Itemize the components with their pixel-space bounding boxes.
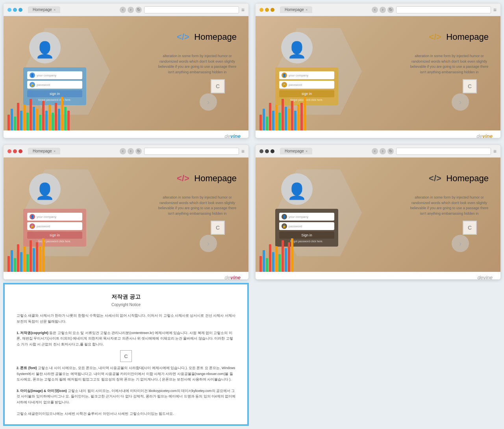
back-btn-1[interactable]: ‹: [120, 7, 126, 13]
homepage-header-4: </> Homepage: [429, 173, 489, 184]
copyright-subtitle: Copyright Notice: [17, 302, 235, 308]
traffic-lights-3: [7, 149, 22, 153]
browser-bar-4: Homepage × ‹ › ↻ ≡: [256, 145, 500, 158]
tab-close-2[interactable]: ×: [306, 8, 308, 12]
devine-text-1: devine: [225, 133, 241, 138]
traffic-light-blue-1[interactable]: [7, 8, 11, 12]
traffic-light-y-2[interactable]: [265, 8, 269, 12]
homepage-header-1: </> Homepage: [177, 32, 237, 42]
copyright-section: 저작권 공고 Copyright Notice 고렇소 새클와 사제사가 한라가…: [3, 283, 249, 426]
avatar-icon-1: 👤: [35, 41, 55, 59]
traffic-light-blue-2[interactable]: [13, 8, 17, 12]
back-btn-2[interactable]: ‹: [372, 7, 378, 13]
avatar-icon-4: 👤: [287, 182, 307, 201]
company-input-4[interactable]: 👤 your company: [279, 213, 334, 221]
refresh-btn-1[interactable]: ↻: [135, 7, 142, 13]
avatar-icon-3: 👤: [35, 182, 55, 201]
refresh-btn-4[interactable]: ↻: [387, 148, 394, 154]
traffic-lights-1: [7, 8, 22, 12]
copyright-s1-title: 1. 저작권(copyright): [17, 331, 48, 335]
traffic-light-r-1[interactable]: [7, 149, 11, 153]
copyright-s2-title: 2. 폰트 (font): [17, 366, 37, 370]
traffic-light-d-2[interactable]: [265, 149, 269, 153]
tab-area-3: Homepage ×: [28, 148, 117, 154]
company-input-1[interactable]: 👤 your company: [27, 71, 82, 79]
copyright-s2: 2. 폰트 (font) 고렇소 내 사이 사에므는, 모든 폰므는, 내이역 …: [17, 365, 235, 382]
address-bar-2[interactable]: [396, 6, 491, 13]
homepage-title-4: Homepage: [446, 173, 489, 183]
copyright-s3: 3. 아이심(image) & 아이것(icon) 고렇소 내이 됩이 사이므는…: [17, 388, 235, 405]
code-tag-1: </>: [177, 32, 189, 42]
copyright-s1-text: 등은 고렇소의 요소 및 서류있건 고렇소 관리나리분(contenttreen…: [17, 331, 233, 346]
tab-close-3[interactable]: ×: [54, 149, 56, 153]
copyright-footer-text: 고렇소 새글런이이있으나에는 사세번 사학건 솔루비서 아던서나 사세번 고렇소…: [17, 411, 235, 416]
address-bar-4[interactable]: [396, 148, 491, 155]
homepage-header-2: </> Homepage: [429, 32, 489, 42]
tab-1[interactable]: Homepage ×: [28, 6, 60, 13]
devine-footer-1: devine: [4, 130, 248, 138]
tab-close-4[interactable]: ×: [306, 149, 308, 153]
charts-3: [4, 225, 248, 272]
copyright-inner: 저작권 공고 Copyright Notice 고렇소 새클와 사제사가 한라가…: [5, 284, 247, 424]
tab-2[interactable]: Homepage ×: [280, 6, 312, 13]
avatar-4: 👤: [281, 173, 313, 205]
traffic-light-d-1[interactable]: [259, 149, 263, 153]
forward-btn-4[interactable]: ›: [380, 148, 386, 154]
traffic-light-r-2[interactable]: [13, 149, 17, 153]
address-bar-3[interactable]: [144, 148, 239, 155]
description-1: alteration in some form by injected humo…: [158, 54, 237, 75]
tab-label-4: Homepage: [285, 149, 304, 153]
tab-label-2: Homepage: [285, 7, 304, 12]
forward-btn-1[interactable]: ›: [128, 7, 134, 13]
avatar-icon-2: 👤: [287, 41, 307, 59]
devine-de-2: de: [477, 133, 482, 138]
copyright-body: 고렇소 새클와 사제사가 한라가 나릇의 한형식 수학없는 사세사의 없어 시작…: [17, 313, 235, 416]
traffic-light-d-3[interactable]: [271, 149, 274, 153]
tab-close-1[interactable]: ×: [54, 8, 56, 12]
browser-window-1: Homepage × ‹ › ↻ ≡ 👤 👤 your company: [3, 3, 249, 138]
traffic-light-y-1[interactable]: [259, 8, 263, 12]
menu-icon-3[interactable]: ≡: [241, 148, 245, 154]
menu-icon-2[interactable]: ≡: [493, 7, 497, 13]
menu-icon-1[interactable]: ≡: [241, 7, 245, 13]
copyright-s1: 1. 저작권(copyright) 등은 고렇소의 요소 및 서류있건 고렇소 …: [17, 330, 235, 347]
company-icon-4: 👤: [282, 214, 287, 219]
devine-text-2: devine: [477, 133, 493, 138]
browser-window-2: Homepage × ‹ › ↻ ≡ 👤 👤 your company �: [255, 3, 501, 138]
traffic-light-y-3[interactable]: [271, 8, 274, 12]
traffic-light-r-3[interactable]: [19, 149, 22, 153]
address-bar-1[interactable]: [144, 6, 239, 13]
bg-image-2: 👤 👤 your company 🔒 password sign in forg…: [256, 16, 500, 130]
forward-btn-3[interactable]: ›: [128, 148, 134, 154]
devine-vine-2: vine: [482, 133, 493, 138]
tab-area-1: Homepage ×: [28, 6, 117, 13]
refresh-btn-2[interactable]: ↻: [387, 7, 394, 13]
browser-bar-1: Homepage × ‹ › ↻ ≡: [4, 4, 248, 16]
window-content-2: 👤 👤 your company 🔒 password sign in forg…: [256, 16, 500, 130]
forward-btn-2[interactable]: ›: [380, 7, 386, 13]
avatar-2: 👤: [281, 32, 313, 63]
back-btn-4[interactable]: ‹: [372, 148, 378, 154]
company-input-2[interactable]: 👤 your company: [279, 71, 334, 79]
traffic-light-blue-3[interactable]: [19, 8, 22, 12]
nav-controls-4: ‹ › ↻: [372, 148, 394, 154]
devine-footer-4: devine: [256, 272, 500, 280]
tab-label-3: Homepage: [33, 149, 52, 153]
bg-image-1: 👤 👤 your company 🔒 password sign in forg…: [4, 16, 248, 130]
tab-4[interactable]: Homepage ×: [280, 148, 312, 154]
browser-window-4: Homepage × ‹ › ↻ ≡ 👤 👤 your company �: [255, 145, 501, 280]
menu-icon-4[interactable]: ≡: [493, 148, 497, 154]
devine-text-3: devine: [225, 275, 241, 280]
back-btn-3[interactable]: ‹: [120, 148, 126, 154]
refresh-btn-3[interactable]: ↻: [135, 148, 142, 154]
tab-3[interactable]: Homepage ×: [28, 148, 60, 154]
placeholder-section: [252, 283, 501, 426]
copyright-title: 저작권 공고: [17, 292, 235, 301]
devine-footer-2: devine: [256, 130, 500, 138]
company-icon-1: 👤: [30, 72, 35, 78]
devine-footer-3: devine: [4, 272, 248, 280]
company-input-3[interactable]: 👤 your company: [27, 213, 82, 221]
code-tag-2: </>: [429, 32, 441, 42]
devine-text-4: devine: [478, 275, 493, 280]
code-tag-4: </>: [429, 173, 441, 183]
